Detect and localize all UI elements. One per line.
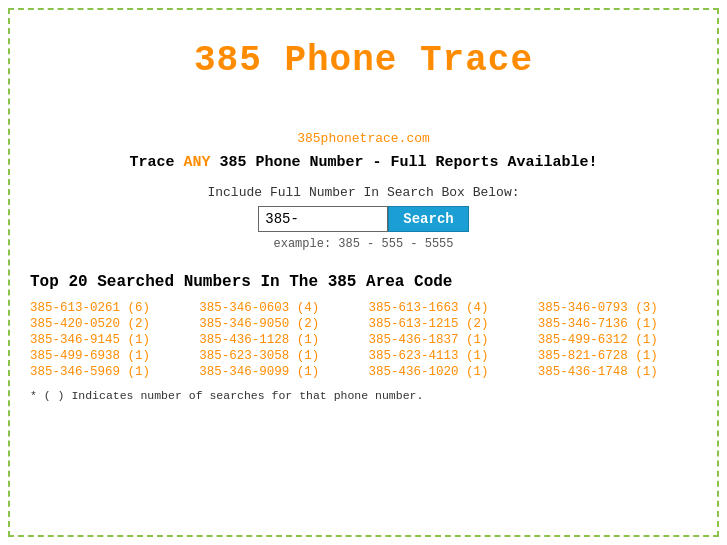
phone-link[interactable]: 385-613-1215 (2) — [369, 317, 528, 331]
phone-link[interactable]: 385-623-3058 (1) — [199, 349, 358, 363]
search-label: Include Full Number In Search Box Below: — [30, 185, 697, 200]
site-url: 385phonetrace.com — [30, 131, 697, 146]
search-button[interactable]: Search — [388, 206, 468, 232]
phone-link[interactable]: 385-613-1663 (4) — [369, 301, 528, 315]
phone-link[interactable]: 385-346-5969 (1) — [30, 365, 189, 379]
phone-link[interactable]: 385-346-9050 (2) — [199, 317, 358, 331]
tagline: Trace ANY 385 Phone Number - Full Report… — [30, 154, 697, 171]
phone-link[interactable]: 385-346-9099 (1) — [199, 365, 358, 379]
phone-link[interactable]: 385-346-7136 (1) — [538, 317, 697, 331]
phone-link[interactable]: 385-346-9145 (1) — [30, 333, 189, 347]
tagline-start: Trace — [129, 154, 183, 171]
page-title: 385 Phone Trace — [30, 40, 697, 81]
phone-link[interactable]: 385-436-1837 (1) — [369, 333, 528, 347]
phone-link[interactable]: 385-346-0603 (4) — [199, 301, 358, 315]
main-container: 385 Phone Trace 385phonetrace.com Trace … — [8, 8, 719, 537]
search-example: example: 385 - 555 - 5555 — [30, 237, 697, 251]
title-area: 385 Phone Trace — [30, 20, 697, 91]
phone-link[interactable]: 385-499-6312 (1) — [538, 333, 697, 347]
tagline-any: ANY — [183, 154, 210, 171]
phone-link[interactable]: 385-623-4113 (1) — [369, 349, 528, 363]
phone-link[interactable]: 385-499-6938 (1) — [30, 349, 189, 363]
phone-link[interactable]: 385-436-1748 (1) — [538, 365, 697, 379]
search-input[interactable] — [258, 206, 388, 232]
phone-link[interactable]: 385-420-0520 (2) — [30, 317, 189, 331]
phone-link[interactable]: 385-613-0261 (6) — [30, 301, 189, 315]
search-row: Search — [30, 206, 697, 232]
phone-link[interactable]: 385-436-1128 (1) — [199, 333, 358, 347]
tagline-end: 385 Phone Number - Full Reports Availabl… — [210, 154, 597, 171]
footnote: * ( ) Indicates number of searches for t… — [30, 389, 697, 402]
top-numbers-section: Top 20 Searched Numbers In The 385 Area … — [30, 273, 697, 402]
phone-link[interactable]: 385-436-1020 (1) — [369, 365, 528, 379]
phone-link[interactable]: 385-346-0793 (3) — [538, 301, 697, 315]
numbers-grid: 385-613-0261 (6)385-346-0603 (4)385-613-… — [30, 301, 697, 379]
top-numbers-title: Top 20 Searched Numbers In The 385 Area … — [30, 273, 697, 291]
phone-link[interactable]: 385-821-6728 (1) — [538, 349, 697, 363]
content-area: 385phonetrace.com Trace ANY 385 Phone Nu… — [30, 131, 697, 251]
